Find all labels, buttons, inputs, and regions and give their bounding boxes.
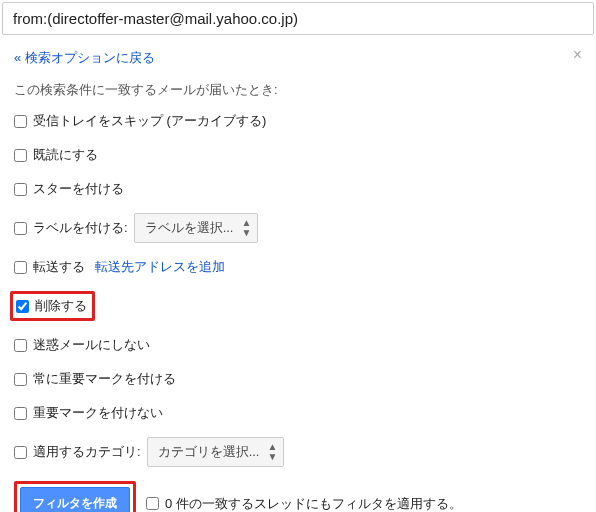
filter-options-panel: × « 検索オプションに戻る この検索条件に一致するメールが届いたとき: 受信ト… xyxy=(0,35,596,512)
search-query-text: from:(directoffer-master@mail.yahoo.co.j… xyxy=(13,10,298,27)
categorize-label: 適用するカテゴリ: xyxy=(33,443,141,461)
option-categorize: 適用するカテゴリ: カテゴリを選択... ▲▼ xyxy=(14,437,582,467)
back-to-search-options-link[interactable]: « 検索オプションに戻る xyxy=(14,49,155,67)
option-never-important: 重要マークを付けない xyxy=(14,403,582,423)
category-select[interactable]: カテゴリを選択... ▲▼ xyxy=(147,437,285,467)
mark-read-label: 既読にする xyxy=(33,146,98,164)
apply-label-checkbox[interactable] xyxy=(14,222,27,235)
never-spam-label: 迷惑メールにしない xyxy=(33,336,150,354)
never-important-label: 重要マークを付けない xyxy=(33,404,163,422)
footer-row: フィルタを作成 0 件の一致するスレッドにもフィルタを適用する。 xyxy=(14,481,582,512)
forward-checkbox[interactable] xyxy=(14,261,27,274)
always-important-checkbox[interactable] xyxy=(14,373,27,386)
also-apply-label: 0 件の一致するスレッドにもフィルタを適用する。 xyxy=(165,495,462,513)
chevron-updown-icon: ▲▼ xyxy=(267,442,277,462)
label-select-text: ラベルを選択... xyxy=(145,219,234,237)
option-apply-label: ラベルを付ける: ラベルを選択... ▲▼ xyxy=(14,213,582,243)
skip-inbox-checkbox[interactable] xyxy=(14,115,27,128)
delete-label: 削除する xyxy=(35,297,87,315)
create-filter-button-label: フィルタを作成 xyxy=(33,496,117,510)
chevron-updown-icon: ▲▼ xyxy=(241,218,251,238)
label-select[interactable]: ラベルを選択... ▲▼ xyxy=(134,213,259,243)
back-link-text: « 検索オプションに戻る xyxy=(14,50,155,65)
create-filter-highlight: フィルタを作成 xyxy=(14,481,136,512)
search-query-bar[interactable]: from:(directoffer-master@mail.yahoo.co.j… xyxy=(2,2,594,35)
categorize-checkbox[interactable] xyxy=(14,446,27,459)
option-mark-read: 既読にする xyxy=(14,145,582,165)
intro-text: この検索条件に一致するメールが届いたとき: xyxy=(14,81,582,99)
add-forward-address-link[interactable]: 転送先アドレスを追加 xyxy=(95,258,225,276)
option-forward: 転送する 転送先アドレスを追加 xyxy=(14,257,582,277)
forward-label: 転送する xyxy=(33,258,85,276)
option-star: スターを付ける xyxy=(14,179,582,199)
option-never-spam: 迷惑メールにしない xyxy=(14,335,582,355)
create-filter-button[interactable]: フィルタを作成 xyxy=(20,487,130,512)
star-checkbox[interactable] xyxy=(14,183,27,196)
never-spam-checkbox[interactable] xyxy=(14,339,27,352)
skip-inbox-label: 受信トレイをスキップ (アーカイブする) xyxy=(33,112,266,130)
always-important-label: 常に重要マークを付ける xyxy=(33,370,176,388)
also-apply-wrap: 0 件の一致するスレッドにもフィルタを適用する。 xyxy=(146,495,462,513)
delete-highlight: 削除する xyxy=(10,291,95,321)
star-label: スターを付ける xyxy=(33,180,124,198)
close-icon[interactable]: × xyxy=(573,47,582,63)
mark-read-checkbox[interactable] xyxy=(14,149,27,162)
delete-checkbox[interactable] xyxy=(16,300,29,313)
option-skip-inbox: 受信トレイをスキップ (アーカイブする) xyxy=(14,111,582,131)
option-delete: 削除する xyxy=(14,291,582,321)
option-always-important: 常に重要マークを付ける xyxy=(14,369,582,389)
category-select-text: カテゴリを選択... xyxy=(158,443,260,461)
apply-label-label: ラベルを付ける: xyxy=(33,219,128,237)
never-important-checkbox[interactable] xyxy=(14,407,27,420)
also-apply-checkbox[interactable] xyxy=(146,497,159,510)
